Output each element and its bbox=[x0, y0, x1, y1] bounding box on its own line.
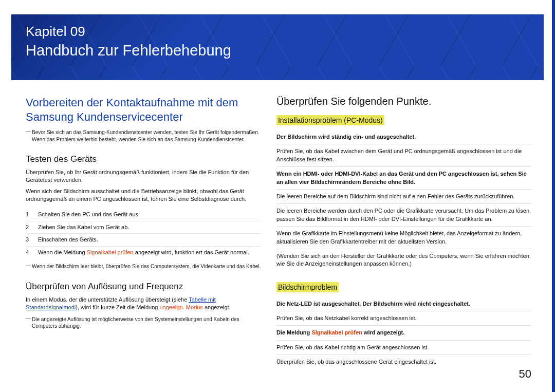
step-text: Schalten Sie den PC und das Gerät aus. bbox=[38, 211, 261, 219]
screen-problem-table: Die Netz-LED ist ausgeschaltet. Der Bild… bbox=[276, 297, 531, 369]
table-row: Prüfen Sie, ob das Kabel richtig am Gerä… bbox=[276, 341, 531, 355]
chapter-title: Handbuch zur Fehlerbehebung bbox=[26, 42, 529, 60]
chapter-number: Kapitel 09 bbox=[26, 24, 529, 40]
table-row: Der Bildschirm wird ständig ein- und aus… bbox=[276, 130, 531, 144]
step4-pre: Wenn die Meldung bbox=[38, 249, 87, 255]
sec-testing-p2: Wenn sich der Bildschirm ausschaltet und… bbox=[26, 188, 261, 203]
table-row: Die leeren Bereiche auf dem Bildschirm s… bbox=[276, 190, 531, 204]
res-p-mid: ), wird für kurze Zeit die Meldung bbox=[76, 304, 159, 310]
msg-warn: Signalkabel prüfen bbox=[311, 329, 362, 335]
step-list: 1 Schalten Sie den PC und das Gerät aus.… bbox=[26, 209, 261, 259]
table-row: Wenn ein HDMI- oder HDMI-DVI-Kabel an da… bbox=[276, 167, 531, 190]
page-number: 50 bbox=[519, 367, 531, 381]
res-p-warn: ungeeign. Modus bbox=[159, 304, 202, 310]
step-item: 4 Wenn die Meldung Signalkabel prüfen an… bbox=[26, 247, 261, 259]
table-row: Die Meldung Signalkabel prüfen wird ange… bbox=[276, 326, 531, 340]
install-problem-heading: Installationsproblem (PC-Modus) bbox=[276, 115, 384, 125]
step-num: 1 bbox=[26, 211, 33, 219]
page: Kapitel 09 Handbuch zur Fehlerbehebung V… bbox=[0, 0, 555, 392]
sec-testing-p1: Überprüfen Sie, ob Ihr Gerät ordnungsgem… bbox=[26, 169, 261, 184]
step-num: 4 bbox=[26, 249, 33, 257]
table-row: Die Netz-LED ist ausgeschaltet. Der Bild… bbox=[276, 297, 531, 311]
left-main-note: Bevor Sie sich an das Samsung-Kundendien… bbox=[26, 129, 261, 143]
table-row: Überprüfen Sie, ob das angeschlossene Ge… bbox=[276, 355, 531, 369]
table-row: (Wenden Sie sich an den Hersteller der G… bbox=[276, 249, 531, 271]
table-row: Prüfen Sie, ob das Netzkabel korrekt ang… bbox=[276, 311, 531, 326]
screen-problem-heading: Bildschirmproblem bbox=[276, 282, 339, 292]
step-text: Einschalten des Geräts. bbox=[38, 236, 261, 244]
right-column: Überprüfen Sie folgenden Punkte. Install… bbox=[276, 96, 531, 369]
install-problem-table: Der Bildschirm wird ständig ein- und aus… bbox=[276, 130, 531, 271]
step-num: 3 bbox=[26, 236, 33, 244]
sec-testing-note2: Wenn der Bildschirm leer bleibt, überprü… bbox=[26, 263, 261, 270]
sec-resolution-p: In einem Modus, der die unterstützte Auf… bbox=[26, 296, 261, 312]
res-p-pre: In einem Modus, der die unterstützte Auf… bbox=[26, 296, 189, 303]
chapter-title-block: Kapitel 09 Handbuch zur Fehlerbehebung bbox=[11, 14, 544, 60]
sec-resolution-heading: Überprüfen von Auflösung und Frequenz bbox=[26, 282, 261, 292]
step4-post: angezeigt wird, funktioniert das Gerät n… bbox=[134, 249, 249, 255]
content-columns: Vorbereiten der Kontaktaufnahme mit dem … bbox=[0, 80, 555, 369]
step-item: 2 Ziehen Sie das Kabel vom Gerät ab. bbox=[26, 221, 261, 234]
table-row: Prüfen Sie, ob das Kabel zwischen dem Ge… bbox=[276, 144, 531, 167]
step4-warn: Signalkabel prüfen bbox=[87, 249, 134, 255]
step-num: 2 bbox=[26, 223, 33, 232]
msg-pre: Die Meldung bbox=[276, 329, 311, 335]
step-item: 1 Schalten Sie den PC und das Gerät aus. bbox=[26, 209, 261, 221]
msg-post: wird angezeigt. bbox=[362, 329, 405, 335]
sec-testing-heading: Testen des Geräts bbox=[26, 154, 261, 164]
sec-resolution-note: Die angezeigte Auflösung ist möglicherwe… bbox=[26, 316, 261, 330]
left-column: Vorbereiten der Kontaktaufnahme mit dem … bbox=[26, 96, 261, 369]
step-item: 3 Einschalten des Geräts. bbox=[26, 234, 261, 247]
res-p-post: angezeigt. bbox=[203, 304, 231, 310]
table-row: Die leeren Bereiche werden durch den PC … bbox=[276, 204, 531, 227]
step-text: Wenn die Meldung Signalkabel prüfen ange… bbox=[38, 249, 261, 257]
table-row: Wenn die Grafikkarte im Einstellungsmenü… bbox=[276, 227, 531, 249]
chapter-header: Kapitel 09 Handbuch zur Fehlerbehebung bbox=[11, 14, 544, 80]
install-problem-heading-wrap: Installationsproblem (PC-Modus) bbox=[276, 116, 531, 125]
screen-problem-heading-wrap: Bildschirmproblem bbox=[276, 283, 531, 292]
step-text: Ziehen Sie das Kabel vom Gerät ab. bbox=[38, 223, 261, 232]
left-main-heading: Vorbereiten der Kontaktaufnahme mit dem … bbox=[26, 96, 261, 124]
page-right-edge bbox=[552, 0, 555, 392]
right-main-heading: Überprüfen Sie folgenden Punkte. bbox=[276, 96, 531, 107]
